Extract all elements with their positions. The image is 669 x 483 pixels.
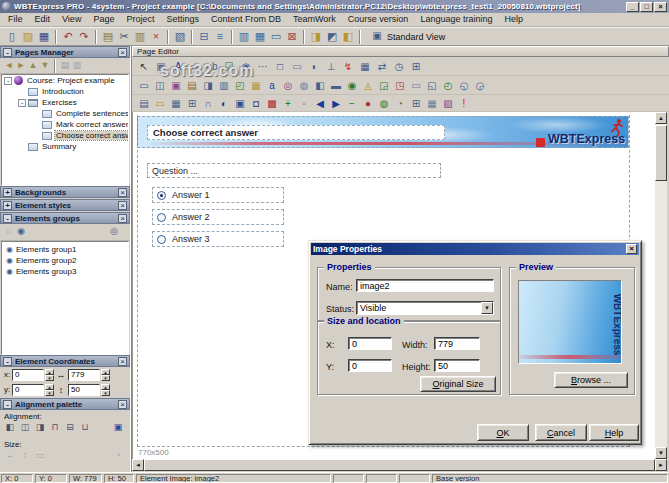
align-center-horizontal-icon[interactable]: ◫ xyxy=(19,422,31,434)
menu-item[interactable]: Edit xyxy=(29,13,57,26)
select-group-icon[interactable]: ◌ xyxy=(3,226,15,238)
tree-item[interactable]: Complete sentences xyxy=(2,108,128,119)
collapse-icon[interactable]: - xyxy=(3,400,12,409)
mail-icon[interactable]: ▤ xyxy=(137,96,151,110)
list-view-icon[interactable]: ≡ xyxy=(212,29,228,45)
banner-image-element[interactable]: Choose correct answer WBTExpress xyxy=(137,116,629,148)
alignment-palette-header[interactable]: - Alignment palette × xyxy=(0,398,130,410)
move-page-left-icon[interactable]: ◄ xyxy=(3,60,15,72)
save-as-icon[interactable]: ◘ xyxy=(249,96,263,110)
visibility-icon[interactable]: ◉ xyxy=(6,256,13,265)
menu-item[interactable]: Language training xyxy=(414,13,498,26)
original-size-button[interactable]: Original Size xyxy=(420,376,496,392)
insert-header-icon[interactable]: ▬ xyxy=(329,78,343,92)
collapse-icon[interactable]: - xyxy=(3,48,12,57)
menu-item[interactable]: Help xyxy=(498,13,529,26)
insert-component-icon[interactable]: ◵ xyxy=(457,78,471,92)
insert-book-icon[interactable]: ▤ xyxy=(185,78,199,92)
insert-message-icon[interactable]: ▭ xyxy=(409,78,423,92)
visibility-icon[interactable]: ◉ xyxy=(6,245,13,254)
copy-icon[interactable]: ▥ xyxy=(132,29,148,45)
element-coordinates-header[interactable]: - Element Coordinates × xyxy=(0,355,130,367)
width-input[interactable] xyxy=(68,369,100,381)
question-text-element[interactable]: Question ... xyxy=(147,163,441,178)
expand-icon[interactable]: + xyxy=(3,201,12,210)
save-icon[interactable]: ▦ xyxy=(36,29,52,45)
insert-sound-icon[interactable]: ◗ xyxy=(307,59,321,73)
tree-item[interactable]: Introduction xyxy=(2,86,128,97)
tree-item[interactable]: Summary xyxy=(2,141,128,152)
restore-button-icon[interactable]: □ xyxy=(640,2,653,12)
insert-inout-icon[interactable]: ⇄ xyxy=(375,59,389,73)
insert-movie-icon[interactable]: ▣ xyxy=(169,78,183,92)
pointer-tool-icon[interactable]: ↖ xyxy=(137,59,151,73)
align-to-page-icon[interactable]: ▣ xyxy=(112,422,124,434)
spin-down-icon[interactable]: ▾ xyxy=(45,375,54,381)
visibility-icon[interactable]: ◉ xyxy=(6,267,13,276)
paste-page-icon[interactable]: ▥ xyxy=(71,60,83,72)
align-left-icon[interactable]: ◧ xyxy=(4,422,16,434)
remove-element-icon[interactable]: − xyxy=(345,96,359,110)
table-icon[interactable]: ▦ xyxy=(169,96,183,110)
dialog-close-icon[interactable]: × xyxy=(626,244,637,254)
edit-page-icon[interactable]: ◰ xyxy=(233,78,247,92)
menu-item[interactable]: Page xyxy=(87,13,120,26)
status-select[interactable]: Visible ▼ xyxy=(356,301,494,315)
close-icon[interactable]: × xyxy=(118,400,127,409)
element-styles-header[interactable]: + Element styles × xyxy=(0,199,130,211)
title-bar[interactable]: WBTExpress PRO - 4system - Project examp… xyxy=(0,0,669,13)
menu-item[interactable]: Content From DB xyxy=(205,13,287,26)
width-spinner[interactable]: ▴▾ xyxy=(101,369,110,381)
close-icon[interactable]: × xyxy=(118,188,127,197)
close-icon[interactable]: × xyxy=(118,48,127,57)
elements-group-item[interactable]: ◉ Elements group3 xyxy=(2,266,128,277)
paste-icon[interactable]: ▤ xyxy=(100,29,116,45)
answer-option-element[interactable]: Answer 2 xyxy=(152,209,284,225)
x-spinner[interactable]: ▴▾ xyxy=(45,369,54,381)
close-icon[interactable]: × xyxy=(118,201,127,210)
pages-manager-header[interactable]: - Pages Manager × xyxy=(0,46,130,58)
layout-grid-icon[interactable]: ⊞ xyxy=(409,96,423,110)
elements-groups-header[interactable]: - Elements groups × xyxy=(0,212,130,224)
radio-icon[interactable] xyxy=(157,235,166,244)
group-resize-icon[interactable]: ◔ xyxy=(112,450,124,462)
close-button-icon[interactable]: × xyxy=(654,2,667,12)
y-input[interactable] xyxy=(348,359,392,372)
expander-icon[interactable]: - xyxy=(18,99,26,107)
answer-option-element[interactable]: Answer 3 xyxy=(152,231,284,247)
image-properties-dialog[interactable]: Image Properties × Properties Name: Stat… xyxy=(308,240,642,445)
insert-panel-icon[interactable]: ◧ xyxy=(313,78,327,92)
same-height-icon[interactable]: ↕ xyxy=(19,450,31,462)
ok-button[interactable]: OK xyxy=(477,424,529,441)
insert-button-icon[interactable]: ▭ xyxy=(290,59,304,73)
spin-down-icon[interactable]: ▾ xyxy=(101,375,110,381)
x-input[interactable] xyxy=(12,369,44,381)
answer-option-element[interactable]: Answer 1 xyxy=(152,187,284,203)
minimize-element-icon[interactable]: ▫ xyxy=(297,96,311,110)
navigate-forward-icon[interactable]: ▶ xyxy=(329,96,343,110)
insert-balloon-icon[interactable]: ◎ xyxy=(281,78,295,92)
backgrounds-header[interactable]: + Backgrounds × xyxy=(0,186,130,198)
help-button[interactable]: Help xyxy=(589,424,639,441)
new-document-icon[interactable]: ▯ xyxy=(4,29,20,45)
import-icon[interactable]: ◨ xyxy=(308,29,324,45)
copy-page-icon[interactable]: ▤ xyxy=(59,60,71,72)
scroll-up-icon[interactable]: ▲ xyxy=(655,112,667,124)
collapse-icon[interactable]: - xyxy=(3,357,12,366)
height-spinner[interactable]: ▴▾ xyxy=(101,384,110,396)
tree-item[interactable]: - Course: Project example xyxy=(2,75,128,86)
menu-item[interactable]: Project xyxy=(120,13,160,26)
elements-group-item[interactable]: ◉ Elements group2 xyxy=(2,255,128,266)
insert-template-icon[interactable]: ◱ xyxy=(425,78,439,92)
redo-icon[interactable]: ↷ xyxy=(76,29,92,45)
import-page-icon[interactable]: ◳ xyxy=(393,78,407,92)
export-icon[interactable]: ◧ xyxy=(340,29,356,45)
insert-timer-icon[interactable]: ◷ xyxy=(392,59,406,73)
scroll-left-icon[interactable]: ◄ xyxy=(132,459,144,471)
scroll-down-icon[interactable]: ▼ xyxy=(655,447,667,459)
insert-animation-icon[interactable]: ◉ xyxy=(345,78,359,92)
insert-effect-icon[interactable]: ◬ xyxy=(361,78,375,92)
horizontal-scroll-thumb[interactable] xyxy=(144,459,655,471)
user-icon[interactable]: ◍ xyxy=(377,96,391,110)
elements-group-item[interactable]: ◉ Elements group1 xyxy=(2,244,128,255)
